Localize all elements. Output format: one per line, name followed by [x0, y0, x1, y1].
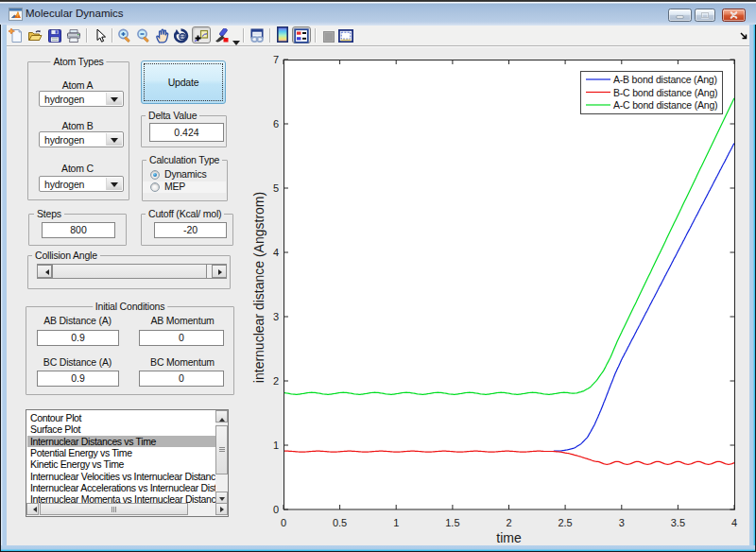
svg-text:time: time: [496, 530, 522, 545]
svg-text:1.5: 1.5: [445, 517, 459, 528]
svg-text:3: 3: [273, 311, 279, 322]
svg-text:0.5: 0.5: [333, 517, 347, 528]
svg-text:B-C bond distance (Ang): B-C bond distance (Ang): [613, 87, 717, 98]
svg-text:3: 3: [619, 517, 625, 528]
svg-text:2: 2: [273, 375, 279, 387]
svg-text:5: 5: [273, 182, 279, 194]
svg-text:2.5: 2.5: [558, 517, 572, 528]
svg-text:3.5: 3.5: [671, 517, 685, 528]
svg-text:internuclear distance (Angstro: internuclear distance (Angstrom): [251, 192, 266, 383]
svg-text:4: 4: [273, 247, 279, 258]
svg-text:1: 1: [393, 517, 399, 528]
svg-text:2: 2: [506, 517, 511, 528]
svg-text:0: 0: [281, 517, 286, 528]
svg-text:1: 1: [273, 440, 279, 451]
svg-text:A-C bond distance (Ang): A-C bond distance (Ang): [613, 99, 717, 111]
svg-text:A-B bond distance (Ang): A-B bond distance (Ang): [613, 74, 717, 85]
svg-text:7: 7: [273, 54, 279, 65]
svg-text:0: 0: [273, 504, 279, 515]
svg-text:6: 6: [273, 118, 279, 129]
svg-text:4: 4: [731, 517, 737, 528]
